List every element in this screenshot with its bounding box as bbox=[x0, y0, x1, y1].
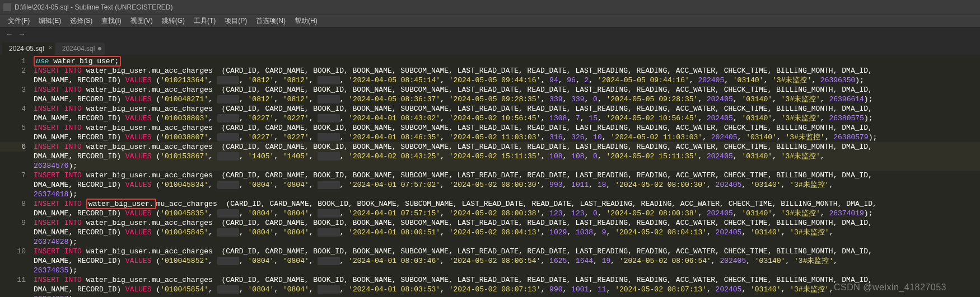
code-line[interactable]: DMA_NAME, RECORD_ID) VALUES ('010045834'… bbox=[34, 180, 980, 190]
line-number: 4 bbox=[0, 104, 26, 114]
code-line[interactable]: DMA_NAME, RECORD_ID) VALUES ('010048271'… bbox=[34, 95, 980, 104]
code-line[interactable]: INSERT INTO water_big_user.mu_acc_charge… bbox=[34, 275, 980, 285]
code-editor[interactable]: 1234567891011 use water_big_user;INSERT … bbox=[0, 55, 980, 297]
tab-label: 2024-05.sql bbox=[9, 45, 44, 53]
menu-project[interactable]: 项目(P) bbox=[220, 15, 251, 27]
code-line[interactable]: DMA_NAME, RECORD_ID) VALUES ('010045854'… bbox=[34, 285, 980, 294]
code-line[interactable]: 26374037); bbox=[34, 294, 980, 297]
code-line[interactable]: DMA_NAME, RECORD_ID) VALUES ('010213364'… bbox=[34, 76, 980, 85]
tab-dirty-icon bbox=[98, 47, 101, 50]
menu-view[interactable]: 视图(V) bbox=[126, 15, 157, 27]
menu-file[interactable]: 文件(F) bbox=[3, 15, 34, 27]
menu-find[interactable]: 查找(I) bbox=[97, 15, 125, 27]
menu-bar: 文件(F) 编辑(E) 选择(S) 查找(I) 视图(V) 跳转(G) 工具(T… bbox=[0, 15, 980, 27]
code-line[interactable]: DMA_NAME, RECORD_ID) VALUES ('010045845'… bbox=[34, 228, 980, 237]
code-line[interactable]: INSERT INTO water_big_user.mu_acc_charge… bbox=[34, 247, 980, 256]
nav-forward-icon[interactable]: → bbox=[16, 30, 28, 39]
line-number-gutter: 1234567891011 bbox=[0, 55, 34, 297]
tab-2024-05[interactable]: 2024-05.sql × bbox=[2, 43, 54, 55]
code-line[interactable]: INSERT INTO water_big_user.mu_acc_charge… bbox=[34, 199, 980, 209]
code-line[interactable]: DMA_NAME, RECORD_ID) VALUES ('010038803'… bbox=[34, 114, 980, 123]
line-number: 10 bbox=[0, 247, 26, 256]
menu-help[interactable]: 帮助(H) bbox=[290, 15, 322, 27]
menu-select[interactable]: 选择(S) bbox=[66, 15, 97, 27]
window-title: D:\file\2024-05.sql - Sublime Text (UNRE… bbox=[15, 3, 173, 11]
line-number: 3 bbox=[0, 85, 26, 95]
code-line[interactable]: INSERT INTO water_big_user.mu_acc_charge… bbox=[34, 85, 980, 95]
code-line[interactable]: INSERT INTO water_big_user.mu_acc_charge… bbox=[34, 218, 980, 228]
window-titlebar: D:\file\2024-05.sql - Sublime Text (UNRE… bbox=[0, 0, 980, 15]
tab-202404[interactable]: 202404.sql bbox=[55, 43, 105, 55]
code-line[interactable]: 26374035); bbox=[34, 266, 980, 275]
code-line[interactable]: INSERT INTO water_big_user.mu_acc_charge… bbox=[34, 171, 980, 180]
code-line[interactable]: INSERT INTO water_big_user.mu_acc_charge… bbox=[34, 104, 980, 114]
line-number: 9 bbox=[0, 218, 26, 228]
menu-tools[interactable]: 工具(T) bbox=[189, 15, 220, 27]
code-line[interactable]: DMA_NAME, RECORD_ID) VALUES ('010153867'… bbox=[34, 152, 980, 161]
code-line[interactable]: 26374018); bbox=[34, 190, 980, 199]
code-line[interactable]: 26374028); bbox=[34, 237, 980, 247]
line-number: 2 bbox=[0, 66, 26, 76]
app-icon bbox=[3, 3, 11, 11]
code-line[interactable]: DMA_NAME, RECORD_ID) VALUES ('010038807'… bbox=[34, 133, 980, 142]
code-line[interactable]: DMA_NAME, RECORD_ID) VALUES ('010045835'… bbox=[34, 209, 980, 218]
tab-label: 202404.sql bbox=[62, 45, 95, 53]
close-icon[interactable]: × bbox=[49, 45, 52, 51]
line-number: 1 bbox=[0, 56, 26, 66]
nav-toolbar: ← → bbox=[0, 27, 980, 40]
code-line[interactable]: INSERT INTO water_big_user.mu_acc_charge… bbox=[34, 142, 980, 152]
line-number: 7 bbox=[0, 171, 26, 180]
line-number: 5 bbox=[0, 123, 26, 133]
line-number: 8 bbox=[0, 199, 26, 209]
menu-edit[interactable]: 编辑(E) bbox=[34, 15, 66, 27]
line-number: 6 bbox=[0, 142, 26, 152]
menu-prefs[interactable]: 首选项(N) bbox=[251, 15, 290, 27]
code-line[interactable]: 26384576); bbox=[34, 161, 980, 171]
code-line[interactable]: DMA_NAME, RECORD_ID) VALUES ('010045852'… bbox=[34, 256, 980, 266]
tab-bar: 2024-05.sql × 202404.sql bbox=[0, 40, 980, 55]
menu-goto[interactable]: 跳转(G) bbox=[157, 15, 189, 27]
code-area[interactable]: use water_big_user;INSERT INTO water_big… bbox=[34, 55, 980, 297]
line-number: 11 bbox=[0, 275, 26, 285]
code-line[interactable]: INSERT INTO water_big_user.mu_acc_charge… bbox=[34, 123, 980, 133]
code-line[interactable]: INSERT INTO water_big_user.mu_acc_charge… bbox=[34, 66, 980, 76]
code-line[interactable]: use water_big_user; bbox=[34, 56, 980, 66]
nav-back-icon[interactable]: ← bbox=[3, 30, 16, 39]
